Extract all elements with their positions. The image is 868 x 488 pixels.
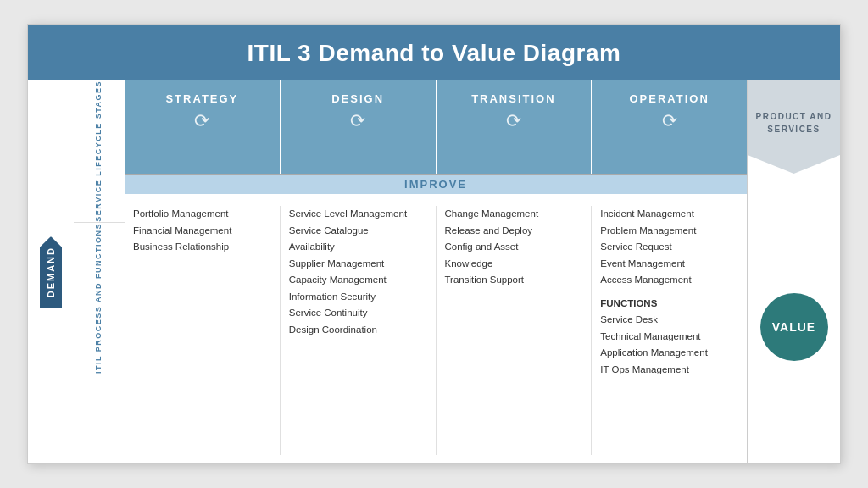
product-services-section: PRODUCT AND SERVICES xyxy=(748,80,840,174)
demand-section: DEMAND xyxy=(28,80,74,463)
refresh-icon-design: ⟳ xyxy=(350,110,365,132)
refresh-icon-operation: ⟳ xyxy=(662,110,677,132)
service-lifecycle-label: SERVICE LIFECYCLE STAGES xyxy=(74,80,125,223)
header-operation: OPERATION ⟳ xyxy=(592,80,747,174)
refresh-icon-strategy: ⟳ xyxy=(194,110,209,132)
process-row: Portfolio Management Financial Managemen… xyxy=(125,194,747,463)
header-strategy: STRATEGY ⟳ xyxy=(125,80,281,174)
process-strategy: Portfolio Management Financial Managemen… xyxy=(125,206,281,455)
itil-process-label: ITIL PROCESS AND FUNCTIONS xyxy=(74,223,125,374)
process-operation: Incident Management Problem Management S… xyxy=(592,206,747,455)
improve-bar: IMPROVE xyxy=(125,174,747,194)
header-row: STRATEGY ⟳ DESIGN ⟳ TRANSITION ⟳ OPERATI… xyxy=(125,80,747,174)
product-services-label: PRODUCT AND SERVICES xyxy=(748,102,840,152)
refresh-icon-transition: ⟳ xyxy=(506,110,521,132)
header-design: DESIGN ⟳ xyxy=(281,80,437,174)
main-content: DEMAND SERVICE LIFECYCLE STAGES ITIL PRO… xyxy=(28,80,840,463)
diagram-title: ITIL 3 Demand to Value Diagram xyxy=(28,25,840,80)
center-grid: STRATEGY ⟳ DESIGN ⟳ TRANSITION ⟳ OPERATI… xyxy=(125,80,747,463)
process-design: Service Level Management Service Catalog… xyxy=(281,206,437,455)
right-col: PRODUCT AND SERVICES VALUE xyxy=(747,80,840,463)
slide: ITIL 3 Demand to Value Diagram DEMAND SE… xyxy=(27,24,841,464)
left-labels: SERVICE LIFECYCLE STAGES ITIL PROCESS AN… xyxy=(74,80,125,374)
process-transition: Change Management Release and Deploy Con… xyxy=(437,206,593,455)
header-transition: TRANSITION ⟳ xyxy=(437,80,593,174)
demand-arrow: DEMAND xyxy=(40,236,62,308)
value-circle: VALUE xyxy=(760,293,828,361)
value-section: VALUE xyxy=(748,174,840,463)
